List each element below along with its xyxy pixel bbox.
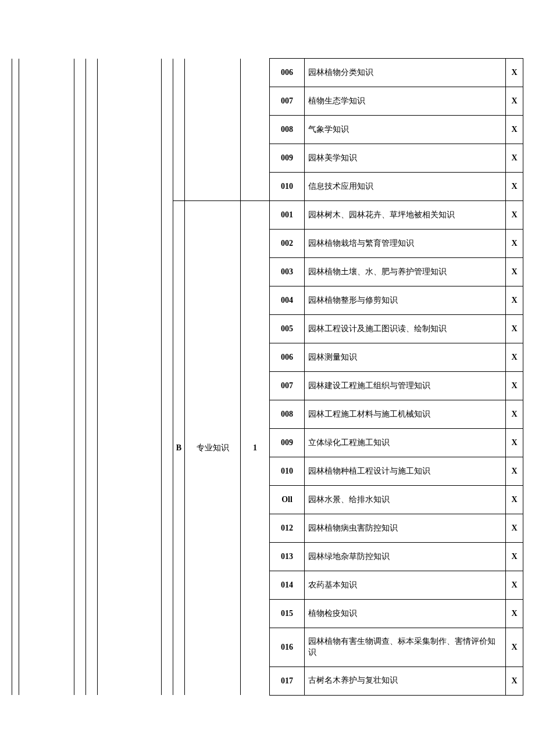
row-mark: X (506, 315, 523, 343)
group-a-num (241, 59, 270, 201)
row-code: 014 (270, 571, 305, 600)
row-mark: X (506, 59, 523, 87)
row-label: 园林植物种植工程设计与施工知识 (305, 457, 506, 486)
table-row: 006园林植物分类知识X (12, 59, 523, 87)
row-mark: X (506, 87, 523, 116)
standards-table: 006园林植物分类知识X007植物生态学知识X008气象学知识X009园林美学知… (12, 58, 523, 696)
outer-col-1 (12, 59, 19, 696)
row-code: 004 (270, 286, 305, 315)
row-code: 008 (270, 400, 305, 429)
row-code: 015 (270, 600, 305, 628)
row-code: 005 (270, 315, 305, 343)
row-code: 012 (270, 514, 305, 543)
row-label: 植物生态学知识 (305, 87, 506, 116)
row-mark: X (506, 543, 523, 571)
row-code: 003 (270, 258, 305, 286)
row-mark: X (506, 372, 523, 400)
row-label: 园林工程设计及施工图识读、绘制知识 (305, 315, 506, 343)
row-label: 农药基本知识 (305, 571, 506, 600)
group-b-letter: B (173, 201, 185, 696)
row-code: 010 (270, 173, 305, 201)
row-label: 植物检疫知识 (305, 600, 506, 628)
row-mark: X (506, 258, 523, 286)
row-mark: X (506, 400, 523, 429)
row-code: 017 (270, 667, 305, 695)
row-mark: X (506, 457, 523, 486)
row-label: 园林植物整形与修剪知识 (305, 286, 506, 315)
row-label: 立体绿化工程施工知识 (305, 429, 506, 457)
row-code: 013 (270, 543, 305, 571)
outer-col-6 (162, 59, 173, 696)
row-label: 园林植物有害生物调查、标本采集制作、害情评价知识 (305, 628, 506, 667)
row-code: 006 (270, 343, 305, 372)
row-code: 007 (270, 87, 305, 116)
document-page: 006园林植物分类知识X007植物生态学知识X008气象学知识X009园林美学知… (0, 0, 535, 756)
row-mark: X (506, 343, 523, 372)
group-b-title: 专业知识 (185, 201, 241, 696)
row-label: 园林植物分类知识 (305, 59, 506, 87)
group-a-letter (173, 59, 185, 201)
row-mark: X (506, 116, 523, 144)
row-mark: X (506, 667, 523, 695)
row-code: Oll (270, 486, 305, 514)
row-code: 016 (270, 628, 305, 667)
row-mark: X (506, 514, 523, 543)
outer-col-4 (86, 59, 98, 696)
row-label: 园林测量知识 (305, 343, 506, 372)
row-mark: X (506, 144, 523, 173)
row-mark: X (506, 429, 523, 457)
row-label: 古树名木养护与复壮知识 (305, 667, 506, 695)
row-label: 园林树木、园林花卉、草坪地被相关知识 (305, 201, 506, 230)
row-code: 010 (270, 457, 305, 486)
row-code: 006 (270, 59, 305, 87)
group-a-title (185, 59, 241, 201)
outer-col-3 (74, 59, 86, 696)
row-mark: X (506, 486, 523, 514)
row-mark: X (506, 201, 523, 230)
row-label: 园林植物病虫害防控知识 (305, 514, 506, 543)
row-mark: X (506, 571, 523, 600)
row-label: 信息技术应用知识 (305, 173, 506, 201)
row-code: 007 (270, 372, 305, 400)
row-code: 001 (270, 201, 305, 230)
row-label: 园林美学知识 (305, 144, 506, 173)
row-label: 园林植物土壤、水、肥与养护管理知识 (305, 258, 506, 286)
row-mark: X (506, 600, 523, 628)
group-b-num: 1 (241, 201, 270, 696)
row-label: 园林工程施工材料与施工机械知识 (305, 400, 506, 429)
row-code: 009 (270, 429, 305, 457)
row-mark: X (506, 286, 523, 315)
row-code: 009 (270, 144, 305, 173)
row-label: 园林绿地杂草防控知识 (305, 543, 506, 571)
row-label: 园林植物栽培与繁育管理知识 (305, 230, 506, 258)
row-mark: X (506, 173, 523, 201)
outer-col-2 (19, 59, 74, 696)
row-label: 园林建设工程施工组织与管理知识 (305, 372, 506, 400)
row-label: 气象学知识 (305, 116, 506, 144)
row-code: 008 (270, 116, 305, 144)
row-mark: X (506, 230, 523, 258)
row-mark: X (506, 628, 523, 667)
row-label: 园林水景、给排水知识 (305, 486, 506, 514)
outer-col-5 (98, 59, 162, 696)
row-code: 002 (270, 230, 305, 258)
